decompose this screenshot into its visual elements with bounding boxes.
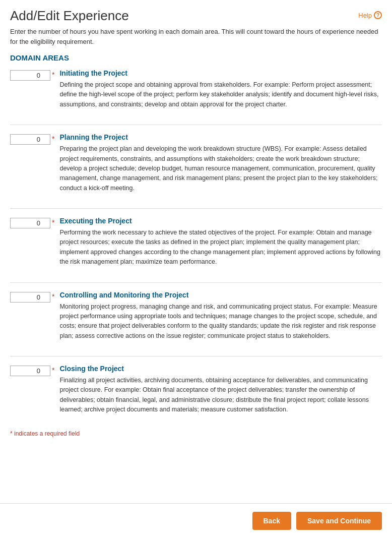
input-col-initiating: * xyxy=(10,70,57,81)
input-col-planning: * xyxy=(10,134,57,145)
domain-desc-planning: Preparing the project plan and developin… xyxy=(59,144,382,193)
domain-desc-controlling: Monitoring project progress, managing ch… xyxy=(59,302,382,341)
required-star-executing: * xyxy=(52,218,54,228)
hours-input-executing[interactable] xyxy=(10,218,50,228)
required-star-closing: * xyxy=(52,366,54,376)
content-col-planning: Planning the Project Preparing the proje… xyxy=(59,133,382,193)
button-row: Back Save and Continue xyxy=(0,503,392,538)
domain-title-executing: Executing the Project xyxy=(59,217,382,225)
domain-item-planning: * Planning the Project Preparing the pro… xyxy=(10,133,382,198)
hours-input-closing[interactable] xyxy=(10,366,50,376)
divider-1 xyxy=(10,208,382,209)
help-link[interactable]: Help ? xyxy=(358,11,382,19)
domain-item-closing: * Closing the Project Finalizing all pro… xyxy=(10,365,382,420)
intro-text: Enter the number of hours you have spent… xyxy=(10,27,382,46)
domain-title-initiating: Initiating the Project xyxy=(59,69,382,77)
divider-3 xyxy=(10,356,382,356)
domain-title-controlling: Controlling and Monitoring the Project xyxy=(59,291,382,299)
domain-heading: DOMAIN AREAS xyxy=(10,53,382,62)
domain-title-planning: Planning the Project xyxy=(59,133,382,141)
domain-item-executing: * Executing the Project Performing the w… xyxy=(10,217,382,272)
domain-desc-executing: Performing the work necessary to achieve… xyxy=(59,228,382,267)
input-col-controlling: * xyxy=(10,292,57,303)
domain-item-initiating: * Initiating the Project Defining the pr… xyxy=(10,69,382,114)
domain-desc-initiating: Defining the project scope and obtaining… xyxy=(59,80,382,109)
domain-desc-closing: Finalizing all project activities, archi… xyxy=(59,376,382,415)
back-button[interactable]: Back xyxy=(252,512,291,530)
input-col-closing: * xyxy=(10,366,57,376)
hours-input-controlling[interactable] xyxy=(10,292,50,303)
content-col-initiating: Initiating the Project Defining the proj… xyxy=(59,69,382,109)
divider-2 xyxy=(10,282,382,283)
help-label: Help xyxy=(358,12,372,19)
divider-0 xyxy=(10,125,382,125)
required-note: * indicates a required field xyxy=(10,430,382,437)
help-icon: ? xyxy=(374,11,382,19)
required-star-initiating: * xyxy=(52,70,54,80)
input-col-executing: * xyxy=(10,218,57,228)
domain-title-closing: Closing the Project xyxy=(59,365,382,373)
hours-input-initiating[interactable] xyxy=(10,70,50,81)
content-col-closing: Closing the Project Finalizing all proje… xyxy=(59,365,382,415)
content-col-controlling: Controlling and Monitoring the Project M… xyxy=(59,291,382,341)
required-star-controlling: * xyxy=(52,292,54,302)
required-star-planning: * xyxy=(52,134,54,144)
domains-container: * Initiating the Project Defining the pr… xyxy=(10,69,382,420)
save-continue-button[interactable]: Save and Continue xyxy=(296,512,382,530)
domain-item-controlling: * Controlling and Monitoring the Project… xyxy=(10,291,382,346)
hours-input-planning[interactable] xyxy=(10,134,50,145)
page-title: Add/Edit Experience xyxy=(10,8,129,24)
content-col-executing: Executing the Project Performing the wor… xyxy=(59,217,382,267)
